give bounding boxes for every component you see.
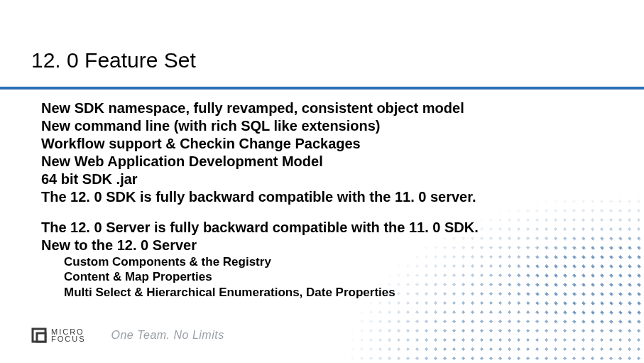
bullet-line: New command line (with rich SQL like ext… xyxy=(41,117,609,135)
sub-list: Custom Components & the Registry Content… xyxy=(64,254,609,300)
svg-rect-1 xyxy=(37,333,45,342)
logo-mark-icon xyxy=(31,327,47,343)
brand-line-2: FOCUS xyxy=(51,335,86,343)
bullet-line: New SDK namespace, fully revamped, consi… xyxy=(41,99,609,117)
sub-bullet-line: Content & Map Properties xyxy=(64,269,609,284)
bullet-line: Workflow support & Checkin Change Packag… xyxy=(41,135,609,153)
tagline: One Team. No Limits xyxy=(111,329,224,342)
bullet-line: New Web Application Development Model xyxy=(41,153,609,170)
brand-logo: MICRO FOCUS xyxy=(31,327,86,343)
sub-bullet-line: Multi Select & Hierarchical Enumerations… xyxy=(64,285,609,300)
spacer xyxy=(41,206,609,219)
slide-body: New SDK namespace, fully revamped, consi… xyxy=(41,99,609,300)
slide: 12. 0 Feature Set New SDK namespace, ful… xyxy=(0,0,644,363)
bullet-line: 64 bit SDK .jar xyxy=(41,170,609,188)
brand-text: MICRO FOCUS xyxy=(51,328,86,342)
bullet-line: The 12. 0 Server is fully backward compa… xyxy=(41,219,609,237)
bullet-line: New to the 12. 0 Server xyxy=(41,237,609,254)
sub-bullet-line: Custom Components & the Registry xyxy=(64,254,609,269)
footer: MICRO FOCUS One Team. No Limits xyxy=(31,327,224,343)
bullet-line: The 12. 0 SDK is fully backward compatib… xyxy=(41,188,609,206)
slide-title: 12. 0 Feature Set xyxy=(31,48,196,72)
title-rule xyxy=(0,87,644,90)
